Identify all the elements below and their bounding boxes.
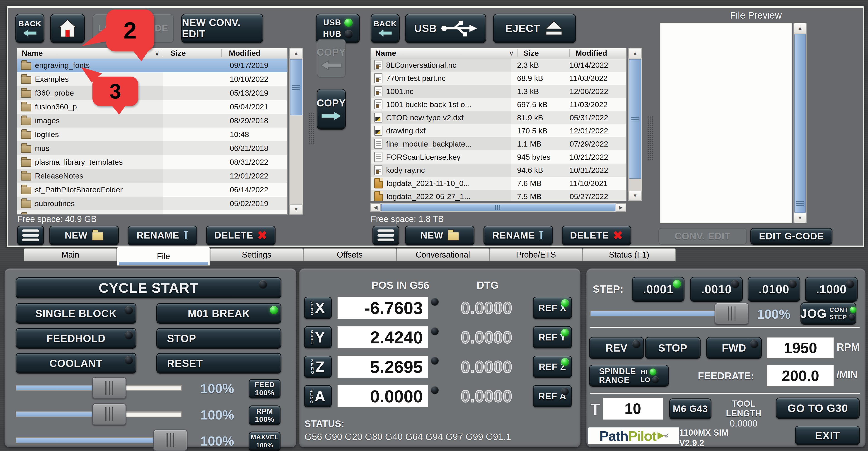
- dro-y-field[interactable]: 2.4240: [337, 326, 428, 348]
- file-row[interactable]: fusion360_p 05/04/2021: [17, 100, 287, 114]
- scroll-down-icon[interactable]: ▼: [628, 191, 642, 201]
- dro-x-field[interactable]: -6.7603: [337, 297, 428, 319]
- usb-list-scrollbar[interactable]: ▲ ▼: [628, 48, 642, 201]
- feedrate-field[interactable]: 200.0: [767, 365, 834, 386]
- ref-z-button[interactable]: REF Z: [533, 356, 572, 378]
- reset-button[interactable]: RESET: [156, 353, 281, 374]
- rpm-override-slider[interactable]: [16, 411, 182, 417]
- file-row[interactable]: plasma_library_templates 08/31/2022: [17, 155, 287, 169]
- scrollbar-thumb[interactable]: [381, 204, 615, 211]
- ref-a-button[interactable]: REF A: [533, 385, 572, 407]
- tab-conversational[interactable]: Conversational: [396, 248, 489, 261]
- tab-file[interactable]: File: [117, 247, 210, 265]
- scroll-up-icon[interactable]: ▲: [628, 48, 642, 58]
- maxvel-100-button[interactable]: MAXVEL 100%: [249, 431, 280, 451]
- eject-button[interactable]: EJECT: [493, 13, 576, 43]
- local-menu-button[interactable]: [17, 226, 44, 245]
- usb-hub-status-button[interactable]: USB HUB: [316, 13, 360, 43]
- usb-menu-button[interactable]: [372, 226, 399, 245]
- file-row[interactable]: logfiles 10:48: [17, 128, 287, 141]
- stop-button[interactable]: STOP: [156, 328, 281, 349]
- file-row[interactable]: images 08/29/2018: [17, 114, 287, 128]
- column-size[interactable]: Size: [163, 49, 221, 58]
- file-row[interactable]: subroutines 05/02/2019: [17, 197, 287, 211]
- step-0001-button[interactable]: .0001: [632, 277, 684, 302]
- zero-z-button[interactable]: ZERO Z: [304, 356, 332, 378]
- feed-100-button[interactable]: FEED 100%: [249, 379, 280, 398]
- scrollbar-thumb[interactable]: [629, 59, 641, 179]
- usb-drive-button[interactable]: USB: [405, 13, 486, 43]
- divider-grip[interactable]: [647, 116, 653, 160]
- file-row[interactable]: 1001 buckle back 1st o... 697.5 kB 11/03…: [371, 98, 626, 111]
- zero-y-button[interactable]: ZERO Y: [304, 326, 332, 348]
- file-row[interactable]: logdata_2022-05-27_1... 7.5 MB 05/27/202…: [371, 190, 626, 201]
- copy-to-usb-button[interactable]: COPY: [317, 89, 346, 130]
- file-row[interactable]: engraving_fonts 09/17/2019: [17, 59, 287, 72]
- spindle-range-button[interactable]: SPINDLE RANGE HI LO: [589, 365, 669, 387]
- feed-override-handle[interactable]: [92, 377, 126, 399]
- m01-break-button[interactable]: M01 BREAK: [156, 303, 281, 324]
- m6-g43-button[interactable]: M6 G43: [669, 398, 711, 419]
- scroll-down-icon[interactable]: ▼: [289, 204, 303, 214]
- scroll-up-icon[interactable]: ▲: [794, 23, 806, 33]
- column-name[interactable]: Name: [17, 49, 43, 58]
- file-row[interactable]: FORScanLicense.key 945 bytes 10/21/2022: [371, 151, 626, 164]
- tab-settings[interactable]: Settings: [210, 248, 303, 261]
- zero-a-button[interactable]: ZERO A: [304, 385, 332, 407]
- scrollbar-thumb[interactable]: [794, 34, 806, 213]
- spindle-fwd-button[interactable]: FWD: [706, 337, 762, 359]
- exit-button[interactable]: EXIT: [795, 426, 860, 445]
- column-modified[interactable]: Modified: [569, 49, 626, 58]
- new-conv-edit-button[interactable]: NEW CONV. EDIT: [181, 13, 263, 43]
- jog-mode-button[interactable]: JOG CONT STEP: [801, 302, 856, 325]
- scroll-right-icon[interactable]: ▶: [616, 203, 626, 212]
- column-size[interactable]: Size: [518, 49, 569, 58]
- column-modified[interactable]: Modified: [222, 49, 287, 58]
- file-row[interactable]: sf_PathPilotSharedFolder 06/14/2022: [17, 183, 287, 197]
- file-row[interactable]: CTOD new type v2.dxf 81.9 kB 05/31/2022: [371, 111, 626, 124]
- file-row[interactable]: ReleaseNotes 12/01/2022: [17, 169, 287, 183]
- tab-status-f1[interactable]: Status (F1): [583, 248, 676, 261]
- home-button[interactable]: [50, 13, 85, 43]
- step-0010-button[interactable]: .0010: [690, 277, 743, 302]
- file-row[interactable]: fine_module_backplate... 1.1 MB 07/29/20…: [371, 137, 626, 151]
- tab-probe-ets[interactable]: Probe/ETS: [489, 248, 583, 261]
- tab-offsets[interactable]: Offsets: [303, 248, 396, 261]
- scrollbar-thumb[interactable]: [290, 59, 302, 115]
- file-row[interactable]: drawing.dxf 170.5 kB 12/01/2022: [371, 124, 626, 137]
- jog-speed-slider[interactable]: [590, 311, 748, 317]
- edit-gcode-button[interactable]: EDIT G-CODE: [750, 228, 832, 245]
- spindle-rev-button[interactable]: REV: [589, 337, 644, 359]
- scroll-down-icon[interactable]: ▼: [794, 213, 806, 223]
- jog-speed-handle[interactable]: [715, 302, 749, 324]
- scroll-up-icon[interactable]: ▲: [289, 48, 303, 58]
- rpm-override-handle[interactable]: [92, 404, 126, 425]
- dro-z-field[interactable]: 5.2695: [337, 356, 428, 378]
- ref-x-button[interactable]: REF X: [533, 297, 572, 319]
- cycle-start-button[interactable]: CYCLE START: [16, 277, 281, 298]
- ref-y-button[interactable]: REF Y: [533, 326, 572, 348]
- file-row[interactable]: logdata_2021-11-10_0... 7.6 MB 11/10/202…: [371, 177, 626, 190]
- rpm-field[interactable]: 1950: [767, 337, 834, 358]
- file-row[interactable]: f360_probe 05/13/2019: [17, 86, 287, 100]
- file-row[interactable]: 8LConversational.nc 2.3 kB 10/14/2022: [371, 59, 626, 72]
- usb-delete-button[interactable]: DELETE✖: [562, 226, 631, 245]
- feed-override-slider[interactable]: [16, 385, 182, 391]
- file-row[interactable]: 1001.nc 1.3 kB 12/06/2022: [371, 85, 626, 98]
- step-0100-button[interactable]: .0100: [748, 277, 800, 302]
- dro-a-field[interactable]: 0.0000: [337, 385, 428, 407]
- single-block-button[interactable]: SINGLE BLOCK: [16, 303, 136, 324]
- local-delete-button[interactable]: DELETE✖: [206, 226, 276, 245]
- usb-list-hscrollbar[interactable]: ◀ ▶: [370, 203, 626, 212]
- copy-to-local-button[interactable]: COPY: [317, 39, 346, 78]
- local-rename-button[interactable]: RENAMEI: [128, 226, 197, 245]
- back-button-usb[interactable]: BACK: [371, 13, 400, 43]
- preview-scrollbar[interactable]: ▲ ▼: [794, 23, 807, 223]
- step-1000-button[interactable]: .1000: [805, 277, 858, 302]
- local-new-button[interactable]: NEW: [50, 226, 119, 245]
- maxvel-override-handle[interactable]: [153, 429, 187, 451]
- go-to-g30-button[interactable]: GO TO G30: [776, 397, 860, 419]
- tool-number-field[interactable]: 10: [603, 397, 663, 420]
- coolant-button[interactable]: COOLANT: [16, 353, 136, 374]
- column-name[interactable]: Name: [371, 49, 396, 58]
